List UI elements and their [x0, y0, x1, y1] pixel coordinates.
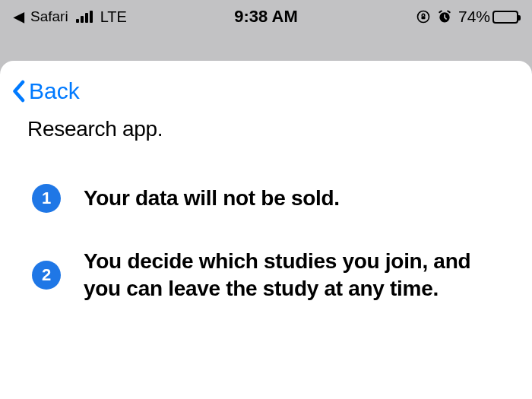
signal-strength-icon — [76, 11, 93, 23]
point-number-badge: 1 — [32, 184, 61, 213]
intro-text-fragment: Research app. — [27, 117, 505, 141]
status-right-group: 74% — [416, 8, 518, 26]
battery-icon — [492, 11, 518, 24]
content-area: Research app. 1 Your data will not be so… — [0, 108, 532, 303]
point-number-badge: 2 — [32, 261, 61, 290]
status-left-group: ◀ Safari LTE — [14, 8, 127, 26]
back-button[interactable]: Back — [0, 74, 80, 108]
back-to-safari-caret-icon[interactable]: ◀ — [14, 8, 24, 25]
back-button-label: Back — [29, 78, 80, 104]
point-text: You decide which studies you join, and y… — [84, 248, 505, 303]
status-bar: ◀ Safari LTE 9:38 AM 74% — [0, 0, 532, 33]
battery-indicator: 74% — [458, 8, 518, 26]
privacy-point-row: 2 You decide which studies you join, and… — [27, 248, 505, 303]
carrier-label: LTE — [100, 8, 127, 26]
back-to-safari-label[interactable]: Safari — [30, 8, 68, 25]
chevron-left-icon — [11, 80, 26, 103]
point-text: Your data will not be sold. — [84, 185, 340, 212]
alarm-icon — [437, 9, 452, 24]
clock-time: 9:38 AM — [234, 7, 298, 27]
modal-sheet: Back Research app. 1 Your data will not … — [0, 61, 532, 399]
privacy-point-row: 1 Your data will not be sold. — [27, 184, 505, 213]
orientation-lock-icon — [416, 9, 431, 24]
svg-rect-1 — [421, 16, 425, 19]
battery-percentage: 74% — [458, 8, 490, 26]
